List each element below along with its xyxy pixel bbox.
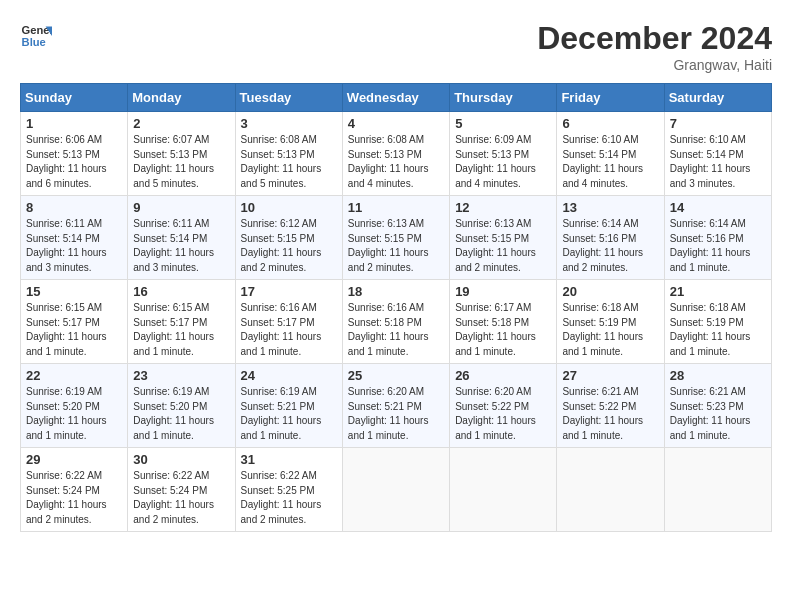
day-info: Sunrise: 6:20 AMSunset: 5:21 PMDaylight:…	[348, 385, 444, 443]
table-row: 3 Sunrise: 6:08 AMSunset: 5:13 PMDayligh…	[235, 112, 342, 196]
table-row: 12 Sunrise: 6:13 AMSunset: 5:15 PMDaylig…	[450, 196, 557, 280]
table-row	[557, 448, 664, 532]
table-row: 27 Sunrise: 6:21 AMSunset: 5:22 PMDaylig…	[557, 364, 664, 448]
day-number: 30	[133, 452, 229, 467]
table-row: 9 Sunrise: 6:11 AMSunset: 5:14 PMDayligh…	[128, 196, 235, 280]
day-number: 5	[455, 116, 551, 131]
day-number: 22	[26, 368, 122, 383]
day-info: Sunrise: 6:18 AMSunset: 5:19 PMDaylight:…	[562, 301, 658, 359]
day-info: Sunrise: 6:14 AMSunset: 5:16 PMDaylight:…	[670, 217, 766, 275]
table-row: 28 Sunrise: 6:21 AMSunset: 5:23 PMDaylig…	[664, 364, 771, 448]
day-info: Sunrise: 6:19 AMSunset: 5:20 PMDaylight:…	[26, 385, 122, 443]
table-row: 11 Sunrise: 6:13 AMSunset: 5:15 PMDaylig…	[342, 196, 449, 280]
table-row: 21 Sunrise: 6:18 AMSunset: 5:19 PMDaylig…	[664, 280, 771, 364]
table-row: 16 Sunrise: 6:15 AMSunset: 5:17 PMDaylig…	[128, 280, 235, 364]
calendar-week-row: 15 Sunrise: 6:15 AMSunset: 5:17 PMDaylig…	[21, 280, 772, 364]
day-info: Sunrise: 6:19 AMSunset: 5:20 PMDaylight:…	[133, 385, 229, 443]
day-info: Sunrise: 6:15 AMSunset: 5:17 PMDaylight:…	[26, 301, 122, 359]
day-number: 24	[241, 368, 337, 383]
day-number: 29	[26, 452, 122, 467]
day-number: 9	[133, 200, 229, 215]
day-number: 17	[241, 284, 337, 299]
day-info: Sunrise: 6:10 AMSunset: 5:14 PMDaylight:…	[562, 133, 658, 191]
page-header: General Blue December 2024 Grangwav, Hai…	[20, 20, 772, 73]
table-row: 4 Sunrise: 6:08 AMSunset: 5:13 PMDayligh…	[342, 112, 449, 196]
table-row: 8 Sunrise: 6:11 AMSunset: 5:14 PMDayligh…	[21, 196, 128, 280]
day-info: Sunrise: 6:06 AMSunset: 5:13 PMDaylight:…	[26, 133, 122, 191]
day-info: Sunrise: 6:22 AMSunset: 5:24 PMDaylight:…	[133, 469, 229, 527]
table-row: 31 Sunrise: 6:22 AMSunset: 5:25 PMDaylig…	[235, 448, 342, 532]
day-info: Sunrise: 6:21 AMSunset: 5:23 PMDaylight:…	[670, 385, 766, 443]
header-tuesday: Tuesday	[235, 84, 342, 112]
month-title: December 2024	[537, 20, 772, 57]
logo-icon: General Blue	[20, 20, 52, 52]
table-row	[450, 448, 557, 532]
day-number: 8	[26, 200, 122, 215]
day-info: Sunrise: 6:13 AMSunset: 5:15 PMDaylight:…	[455, 217, 551, 275]
svg-text:Blue: Blue	[22, 36, 46, 48]
day-info: Sunrise: 6:15 AMSunset: 5:17 PMDaylight:…	[133, 301, 229, 359]
day-info: Sunrise: 6:22 AMSunset: 5:25 PMDaylight:…	[241, 469, 337, 527]
day-number: 4	[348, 116, 444, 131]
table-row: 10 Sunrise: 6:12 AMSunset: 5:15 PMDaylig…	[235, 196, 342, 280]
day-number: 20	[562, 284, 658, 299]
calendar-week-row: 1 Sunrise: 6:06 AMSunset: 5:13 PMDayligh…	[21, 112, 772, 196]
day-info: Sunrise: 6:20 AMSunset: 5:22 PMDaylight:…	[455, 385, 551, 443]
day-info: Sunrise: 6:22 AMSunset: 5:24 PMDaylight:…	[26, 469, 122, 527]
header-thursday: Thursday	[450, 84, 557, 112]
table-row: 13 Sunrise: 6:14 AMSunset: 5:16 PMDaylig…	[557, 196, 664, 280]
day-number: 27	[562, 368, 658, 383]
header-sunday: Sunday	[21, 84, 128, 112]
day-number: 7	[670, 116, 766, 131]
day-number: 3	[241, 116, 337, 131]
day-number: 12	[455, 200, 551, 215]
day-info: Sunrise: 6:08 AMSunset: 5:13 PMDaylight:…	[241, 133, 337, 191]
day-info: Sunrise: 6:10 AMSunset: 5:14 PMDaylight:…	[670, 133, 766, 191]
table-row: 14 Sunrise: 6:14 AMSunset: 5:16 PMDaylig…	[664, 196, 771, 280]
day-info: Sunrise: 6:16 AMSunset: 5:17 PMDaylight:…	[241, 301, 337, 359]
day-number: 10	[241, 200, 337, 215]
svg-text:General: General	[22, 24, 52, 36]
table-row: 19 Sunrise: 6:17 AMSunset: 5:18 PMDaylig…	[450, 280, 557, 364]
table-row: 5 Sunrise: 6:09 AMSunset: 5:13 PMDayligh…	[450, 112, 557, 196]
table-row: 17 Sunrise: 6:16 AMSunset: 5:17 PMDaylig…	[235, 280, 342, 364]
day-number: 6	[562, 116, 658, 131]
day-info: Sunrise: 6:11 AMSunset: 5:14 PMDaylight:…	[26, 217, 122, 275]
table-row: 26 Sunrise: 6:20 AMSunset: 5:22 PMDaylig…	[450, 364, 557, 448]
table-row: 25 Sunrise: 6:20 AMSunset: 5:21 PMDaylig…	[342, 364, 449, 448]
table-row: 15 Sunrise: 6:15 AMSunset: 5:17 PMDaylig…	[21, 280, 128, 364]
table-row: 2 Sunrise: 6:07 AMSunset: 5:13 PMDayligh…	[128, 112, 235, 196]
table-row: 30 Sunrise: 6:22 AMSunset: 5:24 PMDaylig…	[128, 448, 235, 532]
table-row: 6 Sunrise: 6:10 AMSunset: 5:14 PMDayligh…	[557, 112, 664, 196]
day-number: 19	[455, 284, 551, 299]
calendar-table: Sunday Monday Tuesday Wednesday Thursday…	[20, 83, 772, 532]
title-block: December 2024 Grangwav, Haiti	[537, 20, 772, 73]
day-number: 15	[26, 284, 122, 299]
location: Grangwav, Haiti	[537, 57, 772, 73]
day-info: Sunrise: 6:09 AMSunset: 5:13 PMDaylight:…	[455, 133, 551, 191]
day-number: 14	[670, 200, 766, 215]
calendar-week-row: 22 Sunrise: 6:19 AMSunset: 5:20 PMDaylig…	[21, 364, 772, 448]
header-row: Sunday Monday Tuesday Wednesday Thursday…	[21, 84, 772, 112]
day-info: Sunrise: 6:18 AMSunset: 5:19 PMDaylight:…	[670, 301, 766, 359]
day-info: Sunrise: 6:13 AMSunset: 5:15 PMDaylight:…	[348, 217, 444, 275]
table-row: 18 Sunrise: 6:16 AMSunset: 5:18 PMDaylig…	[342, 280, 449, 364]
table-row: 7 Sunrise: 6:10 AMSunset: 5:14 PMDayligh…	[664, 112, 771, 196]
day-number: 16	[133, 284, 229, 299]
header-saturday: Saturday	[664, 84, 771, 112]
logo: General Blue	[20, 20, 52, 52]
calendar-week-row: 8 Sunrise: 6:11 AMSunset: 5:14 PMDayligh…	[21, 196, 772, 280]
table-row: 23 Sunrise: 6:19 AMSunset: 5:20 PMDaylig…	[128, 364, 235, 448]
day-info: Sunrise: 6:16 AMSunset: 5:18 PMDaylight:…	[348, 301, 444, 359]
header-monday: Monday	[128, 84, 235, 112]
day-info: Sunrise: 6:14 AMSunset: 5:16 PMDaylight:…	[562, 217, 658, 275]
day-number: 31	[241, 452, 337, 467]
day-number: 11	[348, 200, 444, 215]
day-info: Sunrise: 6:12 AMSunset: 5:15 PMDaylight:…	[241, 217, 337, 275]
table-row: 29 Sunrise: 6:22 AMSunset: 5:24 PMDaylig…	[21, 448, 128, 532]
day-number: 1	[26, 116, 122, 131]
day-info: Sunrise: 6:21 AMSunset: 5:22 PMDaylight:…	[562, 385, 658, 443]
day-number: 2	[133, 116, 229, 131]
day-number: 13	[562, 200, 658, 215]
day-number: 23	[133, 368, 229, 383]
